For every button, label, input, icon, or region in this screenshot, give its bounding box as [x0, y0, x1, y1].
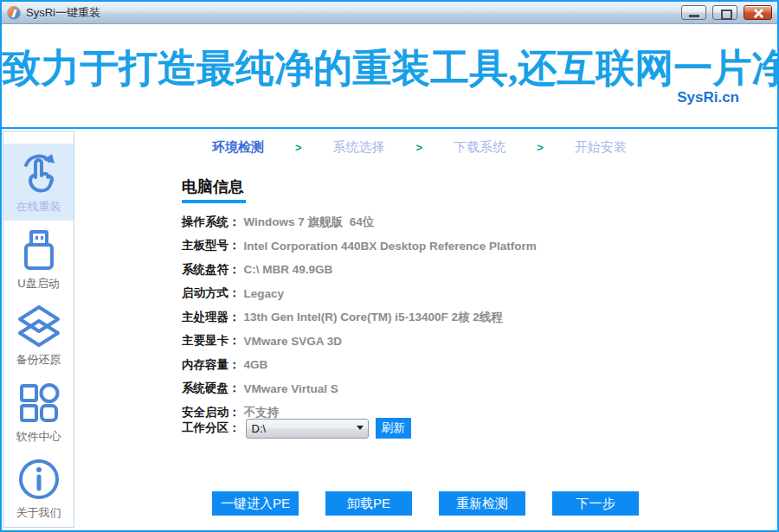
next-step-button[interactable]: 下一步	[552, 491, 639, 516]
slogan-text: 致力于打造最纯净的重装工具,还互联网一片净土	[2, 42, 777, 94]
step-env-check[interactable]: 环境检测	[212, 139, 264, 156]
section-title: 电脑信息	[182, 176, 244, 197]
info-value: Windows 7 旗舰版 64位	[244, 215, 375, 230]
window-controls	[681, 5, 772, 20]
site-link[interactable]: SysRi.cn	[677, 89, 739, 106]
computer-info-list: 操作系统：Windows 7 旗舰版 64位 主板型号：Intel Corpor…	[182, 210, 537, 425]
info-value: 4GB	[244, 358, 268, 371]
info-label: 主要显卡：	[182, 333, 241, 349]
sidebar-item-online-reinstall[interactable]: 在线重装	[3, 144, 74, 221]
partition-combobox-wrap: D:\	[246, 419, 369, 439]
work-partition-row: 工作分区： D:\ 刷新	[182, 416, 411, 440]
sidebar-item-label: 在线重装	[16, 199, 61, 215]
enter-pe-button[interactable]: 一键进入PE	[212, 491, 299, 516]
sidebar-item-software-center[interactable]: 软件中心	[3, 374, 74, 451]
sidebar-item-usb-boot[interactable]: U盘启动	[3, 221, 74, 298]
info-value: C:\ MBR 49.9GB	[244, 263, 333, 276]
info-value: Intel Corporation 440BX Desktop Referenc…	[244, 240, 537, 253]
app-logo-icon	[7, 6, 21, 20]
window-title: SysRi一键重装	[26, 5, 100, 21]
backup-box-icon	[15, 302, 63, 350]
chevron-right-icon: >	[295, 141, 302, 154]
info-label: 主板型号：	[182, 238, 241, 253]
uninstall-pe-button[interactable]: 卸载PE	[325, 491, 412, 516]
info-row-memory: 内存容量：4GB	[182, 353, 537, 377]
section-title-underline	[182, 200, 246, 203]
recheck-button[interactable]: 重新检测	[439, 491, 525, 516]
partition-label: 工作分区：	[182, 420, 241, 436]
chevron-right-icon: >	[416, 141, 423, 154]
info-value: VMware Virtual S	[244, 382, 338, 395]
step-system-select[interactable]: 系统选择	[333, 139, 385, 156]
info-label: 系统盘符：	[182, 262, 241, 278]
info-row-motherboard: 主板型号：Intel Corporation 440BX Desktop Ref…	[182, 234, 537, 259]
sidebar-item-about-us[interactable]: 关于我们	[3, 450, 74, 527]
close-button[interactable]	[744, 5, 772, 20]
app-window: SysRi一键重装 致力于打造最纯净的重装工具,还互联网一片净土 SysRi.c…	[0, 0, 779, 532]
info-label: 内存容量：	[182, 357, 241, 373]
step-download-system[interactable]: 下载系统	[454, 139, 505, 156]
info-value: VMware SVGA 3D	[244, 335, 343, 348]
info-label: 系统硬盘：	[182, 381, 241, 396]
action-button-bar: 一键进入PE 卸载PE 重新检测 下一步	[212, 491, 639, 516]
maximize-button[interactable]	[712, 5, 737, 20]
sidebar-item-label: 软件中心	[16, 429, 61, 445]
info-label: 主处理器：	[182, 310, 241, 325]
title-bar[interactable]: SysRi一键重装	[2, 2, 777, 24]
info-row-cpu: 主处理器：13th Gen Intel(R) Core(TM) i5-13400…	[182, 305, 537, 330]
info-circle-icon	[15, 455, 63, 503]
main-body: 在线重装 U盘启动	[2, 127, 777, 530]
hand-refresh-icon	[15, 149, 63, 197]
info-row-hard-disk: 系统硬盘：VMware Virtual S	[182, 377, 537, 401]
step-navigation: 环境检测 > 系统选择 > 下载系统 > 开始安装	[212, 139, 627, 156]
partition-select[interactable]: D:\	[246, 419, 369, 439]
minimize-button[interactable]	[681, 5, 706, 20]
sidebar-item-label: 关于我们	[16, 505, 61, 521]
info-row-os: 操作系统：Windows 7 旗舰版 64位	[182, 210, 537, 234]
sidebar-item-label: 备份还原	[16, 352, 61, 368]
sidebar-item-backup-restore[interactable]: 备份还原	[3, 297, 74, 374]
info-label: 启动方式：	[182, 285, 241, 301]
sidebar: 在线重装 U盘启动	[3, 131, 74, 528]
refresh-button[interactable]: 刷新	[376, 418, 411, 439]
sidebar-item-label: U盘启动	[17, 276, 59, 292]
info-value: 13th Gen Intel(R) Core(TM) i5-13400F 2核 …	[244, 310, 503, 325]
header-banner: 致力于打造最纯净的重装工具,还互联网一片净土 SysRi.cn	[2, 25, 777, 127]
info-row-system-drive: 系统盘符：C:\ MBR 49.9GB	[182, 258, 537, 282]
app-grid-icon	[15, 379, 63, 427]
info-row-gpu: 主要显卡：VMware SVGA 3D	[182, 330, 537, 354]
chevron-right-icon: >	[537, 141, 544, 154]
info-value: Legacy	[244, 287, 285, 300]
usb-drive-icon	[15, 226, 63, 274]
info-row-boot-mode: 启动方式：Legacy	[182, 282, 537, 306]
info-label: 操作系统：	[182, 215, 241, 230]
step-start-install[interactable]: 开始安装	[575, 139, 627, 156]
